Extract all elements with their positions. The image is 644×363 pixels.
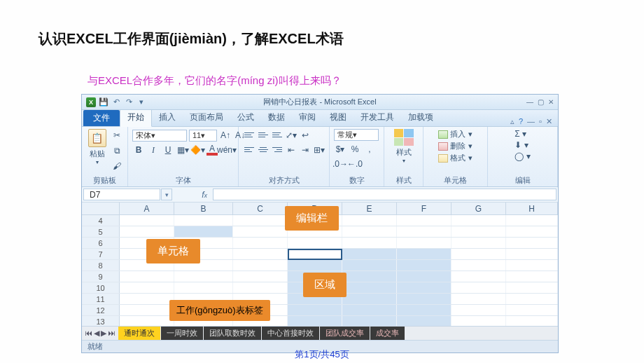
merge-icon[interactable]: ⊞▾ <box>313 144 326 156</box>
align-left-icon[interactable] <box>243 144 255 155</box>
wrap-text-icon[interactable]: ↩ <box>299 129 312 142</box>
row-header[interactable]: 13 <box>82 316 120 327</box>
clear-button[interactable]: ◯ ▾ <box>514 151 530 161</box>
cell[interactable] <box>397 226 451 237</box>
col-header-b[interactable]: B <box>174 203 233 214</box>
border-button[interactable]: ▦▾ <box>176 144 189 156</box>
fx-icon[interactable]: fx <box>202 190 207 200</box>
align-right-icon[interactable] <box>271 144 284 155</box>
cell[interactable] <box>174 226 233 237</box>
cell[interactable] <box>451 260 506 270</box>
tab-developer[interactable]: 开发工具 <box>354 109 401 126</box>
cell[interactable] <box>397 215 451 226</box>
insert-button[interactable]: 插入 ▾ <box>438 129 472 139</box>
cell[interactable] <box>397 249 451 259</box>
font-size-select[interactable]: 11 ▾ <box>189 130 217 142</box>
cell[interactable] <box>120 226 174 237</box>
cell[interactable] <box>342 215 397 226</box>
cell[interactable] <box>233 282 288 293</box>
increase-indent-icon[interactable]: ⇥ <box>299 144 312 156</box>
redo-icon[interactable]: ↷ <box>124 97 134 107</box>
cell[interactable] <box>288 238 342 248</box>
row-header[interactable]: 6 <box>82 238 120 248</box>
cell[interactable] <box>120 316 174 327</box>
cell[interactable] <box>451 305 506 315</box>
cell[interactable] <box>451 238 506 248</box>
row-header[interactable]: 12 <box>82 305 120 315</box>
cell[interactable] <box>506 271 558 282</box>
cell[interactable] <box>342 260 397 270</box>
cell[interactable] <box>397 238 451 248</box>
row-header[interactable]: 10 <box>82 282 120 293</box>
doc-restore-icon[interactable]: ▫ <box>539 117 542 126</box>
cell[interactable] <box>451 282 506 293</box>
tab-view[interactable]: 视图 <box>323 109 354 126</box>
sheet-nav-first-icon[interactable]: ⏮ <box>85 329 92 338</box>
row-header[interactable]: 5 <box>82 226 120 237</box>
phonetic-button[interactable]: wén▾ <box>220 144 233 156</box>
percent-icon[interactable]: % <box>349 143 361 156</box>
cell[interactable] <box>233 271 288 282</box>
cell[interactable] <box>397 316 451 327</box>
minimize-icon[interactable]: — <box>526 98 533 106</box>
paste-button[interactable]: 📋 粘贴 ▾ <box>86 129 108 165</box>
fill-button[interactable]: ⬇ ▾ <box>514 140 530 150</box>
cell[interactable] <box>342 294 397 304</box>
cell[interactable] <box>397 294 451 304</box>
align-center-icon[interactable] <box>257 144 270 155</box>
delete-button[interactable]: 删除 ▾ <box>438 141 472 151</box>
row-header[interactable]: 8 <box>82 260 120 270</box>
tab-home[interactable]: 开始 <box>120 108 152 127</box>
number-format-select[interactable]: 常规 ▾ <box>334 129 379 141</box>
cell[interactable] <box>451 271 506 282</box>
col-header-g[interactable]: G <box>451 203 506 214</box>
col-header-f[interactable]: F <box>397 203 451 214</box>
align-bottom-icon[interactable] <box>271 129 284 140</box>
doc-close-icon[interactable]: ✕ <box>546 117 552 126</box>
cell[interactable] <box>342 305 397 315</box>
cell[interactable] <box>174 271 233 282</box>
cell[interactable] <box>451 249 506 259</box>
qat-dropdown-icon[interactable]: ▾ <box>136 97 146 107</box>
name-box[interactable]: D7 <box>83 189 160 200</box>
cell[interactable] <box>342 316 397 327</box>
cell[interactable] <box>233 226 288 237</box>
cell[interactable] <box>397 271 451 282</box>
maximize-icon[interactable]: ▢ <box>538 98 544 106</box>
bold-button[interactable]: B <box>132 144 145 156</box>
sheet-tab[interactable]: 一周时效 <box>161 327 203 340</box>
tab-data[interactable]: 数据 <box>261 109 292 126</box>
font-name-select[interactable]: 宋体 ▾ <box>132 130 187 142</box>
cell[interactable] <box>506 260 558 270</box>
cell[interactable] <box>233 260 288 270</box>
sheet-tab[interactable]: 成交率 <box>370 327 405 340</box>
col-header-e[interactable]: E <box>342 203 397 214</box>
cell[interactable] <box>397 305 451 315</box>
col-header-a[interactable]: A <box>120 203 174 214</box>
sheet-nav-last-icon[interactable]: ⏭ <box>108 329 115 338</box>
styles-button[interactable]: 样式 ▾ <box>390 129 418 164</box>
tab-addins[interactable]: 加载项 <box>401 109 440 126</box>
sheet-tab[interactable]: 中心首接时效 <box>262 327 319 340</box>
cell[interactable] <box>233 238 288 248</box>
close-icon[interactable]: ✕ <box>548 98 554 106</box>
ribbon-minimize-icon[interactable]: ▵ <box>510 117 514 126</box>
doc-minimize-icon[interactable]: — <box>527 117 535 126</box>
cell[interactable] <box>506 282 558 293</box>
sheet-nav-next-icon[interactable]: ▶ <box>101 329 106 338</box>
cell[interactable] <box>120 271 174 282</box>
tab-formulas[interactable]: 公式 <box>230 109 261 126</box>
sheet-tab[interactable]: 通时通次 <box>118 327 160 340</box>
cell[interactable] <box>233 215 288 226</box>
save-icon[interactable]: 💾 <box>99 97 108 107</box>
underline-button[interactable]: U <box>162 144 174 156</box>
orientation-icon[interactable]: ⤢▾ <box>285 129 298 142</box>
col-header-c[interactable]: C <box>233 203 288 214</box>
cell[interactable] <box>506 305 558 315</box>
comma-icon[interactable]: , <box>363 143 376 156</box>
help-icon[interactable]: ? <box>519 117 523 126</box>
cell[interactable] <box>120 294 174 304</box>
cell[interactable] <box>342 271 397 282</box>
cell[interactable] <box>120 215 174 226</box>
row-header[interactable]: 9 <box>82 271 120 282</box>
